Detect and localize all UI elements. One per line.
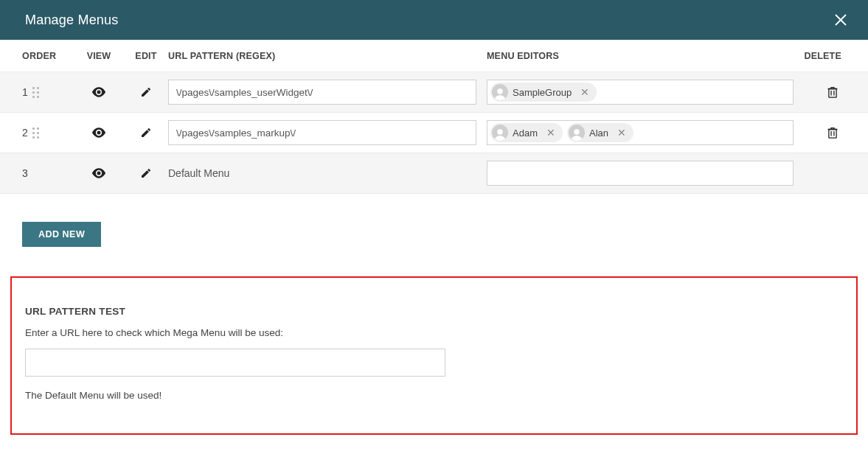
remove-tag-icon[interactable]: ✕ <box>577 87 592 97</box>
editor-tag: Alan✕ <box>567 123 633 142</box>
col-header-delete: DELETE <box>804 51 846 61</box>
drag-handle-icon[interactable] <box>32 127 39 139</box>
avatar-icon <box>492 125 508 141</box>
svg-point-7 <box>574 129 580 135</box>
editor-tag-label: Alan <box>589 127 610 139</box>
view-icon[interactable] <box>88 165 109 181</box>
remove-tag-icon[interactable]: ✕ <box>614 127 629 138</box>
titlebar: Manage Menus <box>0 0 868 40</box>
svg-point-2 <box>497 88 503 94</box>
url-pattern-label: Default Menu <box>168 167 229 179</box>
order-number: 3 <box>22 167 28 179</box>
order-number: 1 <box>22 86 28 98</box>
add-new-button[interactable]: ADD NEW <box>22 222 101 247</box>
table-body: 1SampleGroup✕2Adam✕Alan✕3Default Menu <box>0 72 868 194</box>
table-row: 1SampleGroup✕ <box>0 72 868 113</box>
test-result: The Default Menu will be used! <box>25 390 843 401</box>
order-number: 2 <box>22 127 28 139</box>
test-instruction: Enter a URL here to check which Mega Men… <box>25 327 843 338</box>
edit-icon[interactable] <box>137 83 155 101</box>
close-icon[interactable] <box>834 13 847 27</box>
view-icon[interactable] <box>88 125 109 141</box>
view-icon[interactable] <box>88 84 109 100</box>
svg-rect-3 <box>829 89 836 98</box>
avatar-icon <box>492 84 508 100</box>
editor-tag: Adam✕ <box>490 123 563 142</box>
editor-tag: SampleGroup✕ <box>490 83 597 102</box>
drag-handle-icon[interactable] <box>32 87 39 98</box>
delete-icon[interactable] <box>824 83 841 102</box>
menu-editors-field[interactable]: SampleGroup✕ <box>487 80 794 105</box>
actions-bar: ADD NEW <box>0 194 868 269</box>
svg-point-6 <box>497 129 503 135</box>
url-pattern-test-panel: URL PATTERN TEST Enter a URL here to che… <box>10 276 858 435</box>
test-url-input[interactable] <box>25 349 445 377</box>
svg-rect-8 <box>829 130 836 139</box>
edit-icon[interactable] <box>137 124 155 141</box>
url-pattern-input[interactable] <box>168 80 476 105</box>
table-header: ORDER VIEW EDIT URL PATTERN (REGEX) MENU… <box>0 40 868 72</box>
delete-icon[interactable] <box>824 123 841 142</box>
col-header-edit: EDIT <box>124 51 168 61</box>
table-row: 2Adam✕Alan✕ <box>0 113 868 153</box>
menu-editors-field[interactable]: Adam✕Alan✕ <box>487 120 794 145</box>
test-heading: URL PATTERN TEST <box>25 306 843 317</box>
page-title: Manage Menus <box>25 13 118 28</box>
avatar-icon <box>569 125 585 141</box>
remove-tag-icon[interactable]: ✕ <box>544 127 558 138</box>
col-header-view: VIEW <box>74 51 124 61</box>
editor-tag-label: Adam <box>513 127 539 139</box>
url-pattern-input[interactable] <box>168 120 476 145</box>
col-header-editors: MENU EDITORS <box>487 51 804 61</box>
menu-editors-field[interactable] <box>487 161 794 186</box>
editor-tag-label: SampleGroup <box>513 87 573 98</box>
edit-icon[interactable] <box>137 164 155 182</box>
col-header-order: ORDER <box>22 51 74 61</box>
table-row: 3Default Menu <box>0 153 868 194</box>
col-header-url: URL PATTERN (REGEX) <box>168 51 487 61</box>
